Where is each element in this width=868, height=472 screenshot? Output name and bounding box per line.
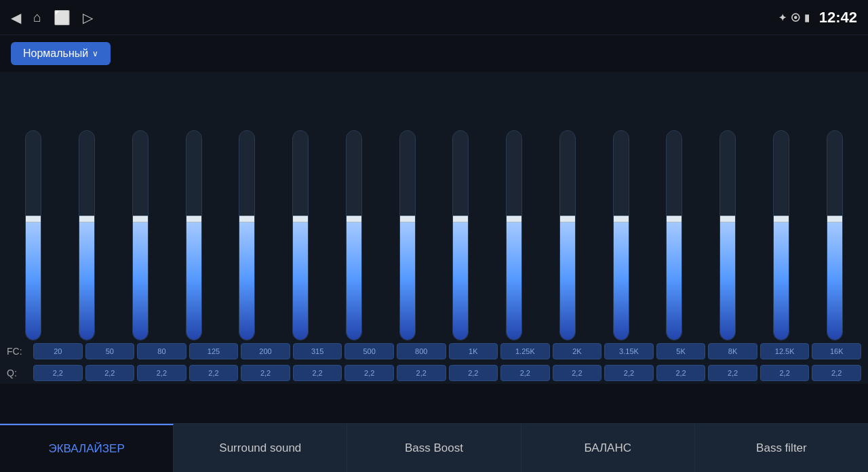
back-icon[interactable]: ◀	[11, 9, 21, 26]
slider-handle-12[interactable]	[666, 216, 682, 222]
slider-fill-1	[79, 218, 94, 340]
battery-icon: ▮	[804, 12, 810, 23]
slider-track-0[interactable]	[25, 130, 41, 340]
slider-track-2[interactable]	[132, 130, 149, 340]
q-button-1[interactable]: 2,2	[85, 365, 135, 381]
fc-button-5[interactable]: 315	[293, 343, 342, 359]
slider-col-5	[274, 130, 328, 340]
clock: 12:42	[819, 9, 857, 26]
slider-handle-11[interactable]	[613, 216, 629, 222]
fc-button-15[interactable]: 16K	[812, 343, 861, 359]
fc-button-12[interactable]: 5K	[656, 343, 706, 359]
slider-handle-10[interactable]	[559, 216, 576, 222]
q-button-13[interactable]: 2,2	[708, 365, 757, 381]
fc-button-9[interactable]: 1.25K	[500, 343, 550, 359]
tab-bass[interactable]: Bass Boost	[347, 424, 521, 472]
slider-col-0	[7, 130, 60, 340]
q-button-11[interactable]: 2,2	[604, 365, 654, 381]
slider-fill-8	[453, 218, 468, 340]
cast-icon[interactable]: ▷	[83, 9, 93, 26]
fc-button-2[interactable]: 80	[137, 343, 186, 359]
slider-handle-5[interactable]	[292, 216, 309, 222]
q-row: Q: 2,22,22,22,22,22,22,22,22,22,22,22,22…	[7, 362, 861, 384]
fc-button-4[interactable]: 200	[241, 343, 290, 359]
slider-handle-4[interactable]	[239, 216, 255, 222]
slider-col-15	[808, 130, 861, 340]
slider-track-5[interactable]	[292, 130, 309, 340]
slider-handle-8[interactable]	[452, 216, 469, 222]
slider-track-13[interactable]	[719, 130, 736, 340]
q-button-0[interactable]: 2,2	[33, 365, 83, 381]
slider-fill-10	[560, 218, 575, 340]
tab-surround[interactable]: Surround sound	[174, 424, 347, 472]
preset-button[interactable]: Нормальный ∨	[11, 42, 111, 65]
q-button-6[interactable]: 2,2	[344, 365, 394, 381]
fc-row: FC: 2050801252003155008001K1.25K2K3.15K5…	[7, 340, 861, 362]
slider-handle-2[interactable]	[132, 216, 149, 222]
q-button-14[interactable]: 2,2	[760, 365, 810, 381]
slider-track-10[interactable]	[559, 130, 576, 340]
fc-button-1[interactable]: 50	[85, 343, 135, 359]
q-label: Q:	[7, 368, 31, 378]
fc-button-3[interactable]: 125	[189, 343, 239, 359]
q-button-8[interactable]: 2,2	[449, 365, 498, 381]
tab-filter[interactable]: Bass filter	[695, 424, 868, 472]
fc-button-7[interactable]: 800	[397, 343, 446, 359]
equalizer-area: FC: 2050801252003155008001K1.25K2K3.15K5…	[0, 72, 868, 384]
slider-fill-11	[614, 218, 629, 340]
fc-label: FC:	[7, 346, 31, 357]
q-button-3[interactable]: 2,2	[189, 365, 239, 381]
slider-handle-9[interactable]	[506, 216, 522, 222]
fc-button-13[interactable]: 8K	[708, 343, 757, 359]
slider-track-8[interactable]	[452, 130, 469, 340]
slider-col-6	[328, 130, 381, 340]
q-button-12[interactable]: 2,2	[656, 365, 706, 381]
slider-col-10	[541, 130, 595, 340]
slider-handle-1[interactable]	[79, 216, 95, 222]
tab-bar: ЭКВАЛАЙЗЕРSurround soundBass BoostБАЛАНС…	[0, 423, 868, 472]
slider-track-6[interactable]	[346, 130, 362, 340]
window-icon[interactable]: ⬜	[54, 9, 71, 26]
slider-col-13	[701, 130, 755, 340]
fc-button-6[interactable]: 500	[344, 343, 394, 359]
slider-handle-6[interactable]	[346, 216, 362, 222]
slider-track-14[interactable]	[773, 130, 789, 340]
q-button-10[interactable]: 2,2	[553, 365, 602, 381]
fc-button-0[interactable]: 20	[33, 343, 83, 359]
slider-handle-0[interactable]	[25, 216, 41, 222]
slider-handle-7[interactable]	[399, 216, 416, 222]
slider-handle-3[interactable]	[186, 216, 202, 222]
slider-fill-2	[133, 218, 148, 340]
slider-handle-15[interactable]	[827, 216, 843, 222]
tab-balance[interactable]: БАЛАНС	[521, 424, 695, 472]
slider-handle-13[interactable]	[719, 216, 736, 222]
home-icon[interactable]: ⌂	[33, 9, 41, 25]
slider-track-7[interactable]	[399, 130, 416, 340]
slider-col-7	[380, 130, 434, 340]
fc-button-11[interactable]: 3.15K	[604, 343, 654, 359]
slider-fill-13	[720, 218, 735, 340]
q-button-2[interactable]: 2,2	[137, 365, 186, 381]
slider-handle-14[interactable]	[773, 216, 789, 222]
status-bar: ◀ ⌂ ⬜ ▷ ✦ ⦿ ▮ 12:42	[0, 0, 868, 35]
q-button-9[interactable]: 2,2	[500, 365, 550, 381]
tab-eq[interactable]: ЭКВАЛАЙЗЕР	[0, 424, 174, 472]
slider-track-1[interactable]	[79, 130, 95, 340]
slider-track-4[interactable]	[239, 130, 255, 340]
fc-button-8[interactable]: 1K	[449, 343, 498, 359]
slider-fill-14	[774, 218, 789, 340]
q-button-4[interactable]: 2,2	[241, 365, 290, 381]
q-button-7[interactable]: 2,2	[397, 365, 446, 381]
slider-track-9[interactable]	[506, 130, 522, 340]
slider-track-11[interactable]	[613, 130, 629, 340]
fc-button-10[interactable]: 2K	[553, 343, 602, 359]
slider-fill-9	[507, 218, 521, 340]
slider-fill-6	[347, 218, 361, 340]
slider-fill-7	[400, 218, 415, 340]
q-button-15[interactable]: 2,2	[812, 365, 861, 381]
fc-button-14[interactable]: 12.5K	[760, 343, 810, 359]
slider-track-3[interactable]	[186, 130, 202, 340]
slider-track-12[interactable]	[666, 130, 682, 340]
q-button-5[interactable]: 2,2	[293, 365, 342, 381]
slider-track-15[interactable]	[827, 130, 843, 340]
